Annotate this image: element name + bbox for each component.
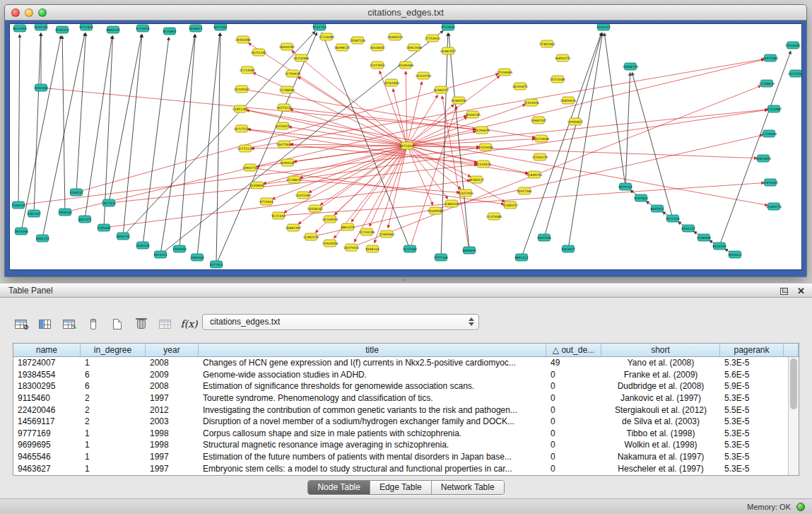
graph-node[interactable]: 16604282 (279, 43, 295, 50)
table-row[interactable]: 977716911998Corpus callosum shape and si… (13, 428, 799, 440)
graph-node[interactable]: 14859026 (560, 97, 577, 104)
graph-node[interactable]: 9273056 (136, 25, 150, 32)
graph-node[interactable]: 9247804 (634, 194, 648, 201)
graph-node[interactable]: 2639204 (136, 242, 150, 249)
graph-node[interactable]: 16940513 (387, 33, 404, 40)
graph-node[interactable]: 11094276 (766, 203, 782, 210)
graph-node[interactable]: 9723604 (259, 198, 273, 205)
scrollbar-thumb[interactable] (790, 358, 797, 409)
column-header-in_degree[interactable]: in_degree (81, 344, 146, 356)
graph-node[interactable]: 11482076 (303, 233, 319, 240)
graph-node[interactable]: 11154208 (359, 228, 375, 235)
graph-node[interactable]: 9145015 (596, 24, 611, 30)
graph-node[interactable]: 18724007 (399, 142, 416, 149)
graph-node[interactable]: 10727514 (234, 125, 250, 132)
graph-node[interactable]: 15487203 (350, 37, 366, 44)
graph-node[interactable]: 13902712 (242, 164, 259, 171)
graph-node[interactable]: 2745082 (97, 224, 111, 231)
graph-node[interactable]: 10573215 (276, 104, 293, 111)
graph-node[interactable]: 14320759 (416, 72, 432, 79)
graph-node[interactable]: 12657901 (458, 189, 474, 197)
graph-node[interactable]: 12485663 (379, 230, 395, 238)
graph-node[interactable]: 11458092 (249, 182, 266, 189)
column-header-out_de[interactable]: △ out_de... (546, 344, 601, 356)
table-row[interactable]: 1872400712008Changes of HCN gene express… (13, 357, 799, 369)
column-header-name[interactable]: name (13, 344, 81, 356)
graph-node[interactable]: 12214081 (240, 66, 256, 74)
tab-edge-table[interactable]: Edge Table (370, 481, 431, 494)
graph-node[interactable]: 17753921 (425, 35, 441, 42)
graph-node[interactable]: 16203471 (512, 83, 529, 90)
graph-node[interactable]: 8835915 (650, 205, 664, 212)
graph-node[interactable]: 9861420 (341, 223, 355, 230)
graph-node[interactable]: 13261840 (384, 79, 400, 86)
graph-node[interactable]: 17482063 (539, 40, 555, 47)
graph-node[interactable]: 9948203 (365, 245, 379, 252)
graph-node[interactable]: 15950581 (235, 36, 252, 43)
graph-node[interactable]: 3281937 (27, 210, 41, 217)
column-header-short[interactable]: short (601, 344, 720, 356)
graph-node[interactable]: 12775123 (237, 145, 254, 152)
graph-node[interactable]: 11159408 (761, 130, 777, 137)
graph-node[interactable]: 16482057 (440, 47, 457, 54)
graph-node[interactable]: 3790459 (172, 245, 187, 252)
graph-node[interactable]: 16251345 (251, 49, 267, 56)
column-icon[interactable] (83, 315, 102, 333)
graph-node[interactable]: 8723904 (441, 24, 455, 30)
graph-node[interactable]: 10865397 (286, 224, 302, 231)
graph-node[interactable]: 10204953 (322, 216, 339, 223)
column-header-year[interactable]: year (146, 344, 199, 356)
network-canvas[interactable]: 1872400715950581162513451221408114204567… (9, 23, 802, 270)
tab-network-table[interactable]: Network Table (431, 481, 504, 494)
graph-node[interactable]: 3836193 (116, 233, 130, 240)
graph-node[interactable]: 13290674 (474, 127, 490, 134)
graph-node[interactable]: 14682507 (531, 117, 547, 124)
graph-node[interactable]: 14237568 (788, 70, 802, 77)
table-row[interactable]: 1938455462009Genome-wide association stu… (13, 369, 799, 381)
graph-node[interactable]: 8890245 (106, 26, 120, 33)
graph-node[interactable]: 8412903 (13, 25, 27, 32)
graph-node[interactable]: 11533426 (476, 160, 492, 168)
graph-node[interactable]: 13677844 (276, 141, 293, 148)
table-row[interactable]: 1456911722003Disruption of a novel membe… (13, 416, 799, 428)
table-row[interactable]: 911546021997Tourette syndrome. Phenomeno… (13, 392, 799, 404)
graph-node[interactable]: 15723185 (550, 76, 566, 83)
graph-node[interactable]: 8590137 (681, 225, 695, 232)
graph-node[interactable]: 14204567 (234, 86, 250, 93)
graph-node[interactable]: 18300295 (465, 111, 481, 118)
graph-node[interactable]: 19384554 (451, 97, 467, 104)
graph-node[interactable]: 10823654 (755, 155, 772, 162)
graph-node[interactable]: 8679193 (618, 183, 632, 190)
graph-node[interactable]: 15049368 (398, 62, 414, 69)
graph-node[interactable]: 8841412 (514, 254, 529, 261)
graph-node[interactable]: 8765023 (55, 26, 69, 33)
graph-node[interactable]: 13210648 (534, 135, 550, 142)
graph-node[interactable]: 22420046 (478, 144, 494, 151)
close-panel-icon[interactable]: ✕ (797, 286, 805, 296)
graph-node[interactable]: 2817426 (102, 199, 116, 206)
graph-node[interactable]: 11248064 (279, 86, 295, 93)
graph-node[interactable]: 12903458 (322, 240, 339, 247)
graph-node[interactable]: 11374083 (486, 213, 502, 220)
graph-node[interactable]: 8524867 (163, 28, 177, 35)
graph-node[interactable]: 9463627 (561, 245, 575, 252)
window-titlebar[interactable]: citations_edges.txt (5, 5, 806, 21)
graph-node[interactable]: 12670035 (763, 179, 779, 186)
graph-node[interactable]: 14618032 (370, 44, 386, 51)
graph-node[interactable]: 9777169 (434, 254, 448, 261)
graph-node[interactable]: 15812406 (406, 44, 423, 51)
graph-node[interactable]: 16366207 (433, 86, 449, 93)
graph-node[interactable]: 12504179 (532, 153, 548, 160)
graph-node[interactable]: 9450612 (728, 251, 742, 258)
delete-icon[interactable] (131, 315, 151, 333)
graph-node[interactable]: 9034182 (34, 24, 48, 30)
graph-node[interactable]: 12210987 (766, 105, 782, 112)
graph-node[interactable]: 16850274 (555, 54, 571, 62)
graph-node[interactable]: 17226084 (319, 33, 335, 40)
graph-node[interactable]: 9152834 (79, 24, 93, 30)
graph-node[interactable]: 14220368 (293, 54, 310, 62)
graph-node[interactable]: 9699695 (462, 247, 476, 254)
graph-node[interactable]: 9531293 (312, 24, 326, 30)
graph-node[interactable]: 15314926 (524, 99, 540, 106)
graph-node[interactable]: 13940817 (567, 118, 584, 125)
